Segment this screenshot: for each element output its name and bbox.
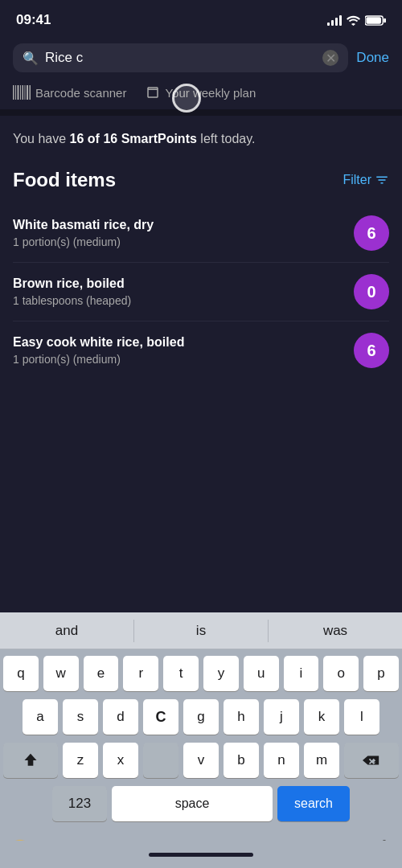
key-u[interactable]: u <box>244 656 279 691</box>
key-b[interactable]: b <box>224 743 259 778</box>
key-row-1: q w e r t y u i o p <box>3 656 399 691</box>
key-w[interactable]: w <box>43 656 79 691</box>
status-bar: 09:41 <box>0 0 402 35</box>
food-item-1-info: White basmati rice, dry 1 portion(s) (me… <box>13 218 354 248</box>
key-d[interactable]: d <box>103 699 138 735</box>
key-q[interactable]: q <box>3 656 39 691</box>
home-indicator-bar <box>0 841 402 868</box>
filter-button[interactable]: Filter <box>343 173 389 187</box>
filter-label: Filter <box>343 173 371 187</box>
food-item-1[interactable]: White basmati rice, dry 1 portion(s) (me… <box>13 204 389 263</box>
search-input[interactable]: Rice c <box>45 50 316 66</box>
food-item-2-points: 0 <box>354 274 389 309</box>
smartpoints-banner: You have 16 of 16 SmartPoints left today… <box>0 116 402 162</box>
key-C[interactable]: C <box>143 699 178 735</box>
food-item-1-points: 6 <box>354 215 389 251</box>
key-k[interactable]: k <box>304 699 339 735</box>
svg-rect-1 <box>366 17 381 23</box>
food-item-1-desc: 1 portion(s) (medium) <box>13 235 354 248</box>
weekly-plan-label: Your weekly plan <box>165 86 256 100</box>
key-m[interactable]: m <box>304 743 339 778</box>
svg-rect-3 <box>13 85 14 100</box>
key-a[interactable]: a <box>23 699 58 735</box>
barcode-scanner-nav[interactable]: Barcode scanner <box>13 85 126 100</box>
suggestion-and[interactable]: and <box>0 612 133 649</box>
key-space[interactable]: space <box>112 786 273 821</box>
svg-rect-8 <box>25 85 26 100</box>
food-item-3-desc: 1 portion(s) (medium) <box>13 353 354 366</box>
food-item-3-name: Easy cook white rice, boiled <box>13 335 354 350</box>
key-j[interactable]: j <box>264 699 299 735</box>
barcode-scanner-label: Barcode scanner <box>35 86 126 100</box>
status-time: 09:41 <box>16 12 51 28</box>
weekly-plan-nav[interactable]: Your weekly plan <box>146 85 256 100</box>
key-row-3: z x v b n m <box>3 743 399 778</box>
keyboard[interactable]: and is was q w e r t y u i o p a s d C g… <box>0 612 402 868</box>
wifi-icon <box>347 15 360 26</box>
key-123[interactable]: 123 <box>52 786 107 821</box>
key-y[interactable]: y <box>203 656 239 691</box>
svg-rect-7 <box>23 85 24 100</box>
done-button[interactable]: Done <box>356 50 389 66</box>
key-e[interactable]: e <box>84 656 119 691</box>
svg-rect-10 <box>30 85 31 100</box>
suggestion-is[interactable]: is <box>134 612 268 649</box>
key-n[interactable]: n <box>264 743 299 778</box>
smartpoints-suffix: left today. <box>200 132 255 145</box>
sub-nav: Barcode scanner Your weekly plan <box>0 80 402 109</box>
food-items-header: Food items Filter <box>0 162 402 204</box>
food-list: White basmati rice, dry 1 portion(s) (me… <box>0 204 402 379</box>
food-item-2-desc: 1 tablespoons (heaped) <box>13 294 354 307</box>
search-input-wrapper[interactable]: 🔍 Rice c ✕ <box>13 43 348 72</box>
smartpoints-value: 16 of 16 SmartPoints <box>70 132 197 145</box>
key-empty <box>143 743 178 778</box>
key-s[interactable]: s <box>63 699 98 735</box>
key-l[interactable]: l <box>344 699 379 735</box>
food-item-2-info: Brown rice, boiled 1 tablespoons (heaped… <box>13 276 354 307</box>
key-row-2: a s d C g h j k l <box>3 699 399 735</box>
calendar-icon <box>146 85 160 100</box>
delete-icon <box>363 753 380 768</box>
svg-rect-6 <box>20 85 21 100</box>
svg-rect-4 <box>15 85 16 100</box>
battery-icon <box>365 15 386 26</box>
food-item-2-name: Brown rice, boiled <box>13 276 354 291</box>
key-delete[interactable] <box>344 743 399 778</box>
search-icon: 🔍 <box>23 51 39 66</box>
svg-rect-5 <box>18 85 19 100</box>
food-item-2[interactable]: Brown rice, boiled 1 tablespoons (heaped… <box>13 263 389 321</box>
food-item-1-name: White basmati rice, dry <box>13 218 354 232</box>
shift-icon <box>23 752 39 768</box>
keyboard-rows: q w e r t y u i o p a s d C g h j k l <box>0 649 402 833</box>
food-item-3[interactable]: Easy cook white rice, boiled 1 portion(s… <box>13 321 389 379</box>
smartpoints-prefix: You have <box>13 132 70 145</box>
suggestion-was[interactable]: was <box>269 612 402 649</box>
status-icons <box>327 14 386 26</box>
key-i[interactable]: i <box>284 656 319 691</box>
food-item-3-info: Easy cook white rice, boiled 1 portion(s… <box>13 335 354 366</box>
signal-icon <box>327 14 342 26</box>
food-item-3-points: 6 <box>354 333 389 368</box>
key-p[interactable]: p <box>363 656 399 691</box>
filter-icon <box>375 173 389 187</box>
key-row-4: 123 space search <box>3 786 399 821</box>
key-v[interactable]: v <box>183 743 219 778</box>
keyboard-suggestions: and is was <box>0 612 402 649</box>
key-o[interactable]: o <box>323 656 359 691</box>
barcode-icon <box>13 85 31 100</box>
key-z[interactable]: z <box>63 743 98 778</box>
key-shift[interactable] <box>3 743 58 778</box>
food-items-title: Food items <box>13 169 116 191</box>
svg-rect-2 <box>384 18 386 23</box>
clear-button[interactable]: ✕ <box>322 50 338 66</box>
home-indicator <box>149 853 253 857</box>
key-h[interactable]: h <box>224 699 259 735</box>
key-g[interactable]: g <box>183 699 219 735</box>
key-x[interactable]: x <box>103 743 138 778</box>
search-bar-container: 🔍 Rice c ✕ Done <box>0 35 402 80</box>
section-divider <box>0 109 402 116</box>
key-t[interactable]: t <box>163 656 199 691</box>
key-search[interactable]: search <box>277 786 350 821</box>
key-r[interactable]: r <box>123 656 158 691</box>
svg-rect-9 <box>27 85 28 100</box>
